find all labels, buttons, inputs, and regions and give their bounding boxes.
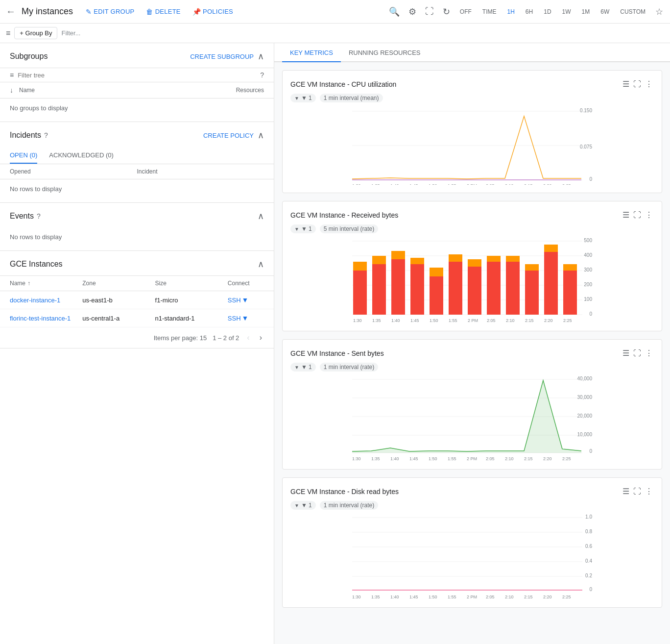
time-1m-button[interactable]: 1M xyxy=(578,6,594,17)
ssh-dropdown-icon-1[interactable]: ▼ xyxy=(242,296,249,304)
legend-icon-3[interactable]: ☰ xyxy=(622,347,630,359)
received-chart-title: GCE VM Instance - Received bytes xyxy=(290,211,398,219)
svg-rect-40 xyxy=(449,262,462,315)
svg-text:0.2: 0.2 xyxy=(585,573,592,578)
page-title: My instances xyxy=(22,6,73,17)
col-resources-header: Resources xyxy=(236,87,264,94)
inst-col-connect: Connect xyxy=(228,280,264,287)
delete-icon: 🗑 xyxy=(146,8,153,16)
policies-button[interactable]: 📌 POLICIES xyxy=(188,5,238,19)
events-collapse-icon[interactable]: ∧ xyxy=(258,211,264,222)
more-icon-2[interactable]: ⋮ xyxy=(644,209,654,221)
more-icon-3[interactable]: ⋮ xyxy=(644,347,654,359)
svg-text:1:35: 1:35 xyxy=(371,183,380,185)
instance-name-2[interactable]: florinc-test-instance-1 xyxy=(10,315,82,322)
refresh-icon[interactable]: ↻ xyxy=(440,3,453,20)
incidents-table-header: Opened Incident xyxy=(0,164,274,179)
table-row: docker-instance-1 us-east1-b f1-micro SS… xyxy=(0,291,274,309)
incidents-help-icon[interactable]: ? xyxy=(44,131,48,139)
events-help-icon[interactable]: ? xyxy=(37,212,41,220)
instance-name-1[interactable]: docker-instance-1 xyxy=(10,297,82,304)
time-1w-button[interactable]: 1W xyxy=(558,6,575,17)
tab-acknowledged[interactable]: ACKNOWLEDGED (0) xyxy=(49,147,113,164)
tab-open[interactable]: OPEN (0) xyxy=(10,147,37,164)
search-icon[interactable]: 🔍 xyxy=(386,3,403,20)
edit-group-button[interactable]: ✎ EDIT GROUP xyxy=(81,5,139,19)
menu-icon[interactable]: ≡ xyxy=(6,29,10,38)
disk-chart-card: GCE VM Instance - Disk read bytes ☰ ⛶ ⋮ … xyxy=(282,477,662,608)
expand-icon-4[interactable]: ⛶ xyxy=(632,486,642,497)
svg-text:2:05: 2:05 xyxy=(486,456,495,461)
cpu-chart-filters: ▼ ▼ 1 1 min interval (mean) xyxy=(290,94,654,102)
fullscreen-icon[interactable]: ⛶ xyxy=(422,3,437,20)
ssh-button-1[interactable]: SSH xyxy=(228,297,241,304)
svg-rect-49 xyxy=(525,264,539,271)
ssh-dropdown-icon-2[interactable]: ▼ xyxy=(242,314,249,322)
gce-instances-title: GCE Instances xyxy=(10,260,63,269)
filter-tree-bar: ≡ ? xyxy=(0,68,274,82)
back-button[interactable]: ← xyxy=(4,4,18,19)
filter-tree-input[interactable] xyxy=(18,72,260,79)
subgroups-collapse-icon[interactable]: ∧ xyxy=(258,51,264,62)
inst-col-zone: Zone xyxy=(82,280,155,287)
sent-filter-chip: ▼ ▼ 1 xyxy=(290,363,316,372)
off-button[interactable]: OFF xyxy=(456,6,476,17)
group-by-button[interactable]: + Group By xyxy=(14,27,57,39)
svg-text:1:35: 1:35 xyxy=(371,456,380,461)
legend-icon-4[interactable]: ☰ xyxy=(622,486,630,497)
prev-page-button[interactable]: ‹ xyxy=(245,331,251,344)
svg-text:1:40: 1:40 xyxy=(390,456,399,461)
svg-text:2 PM: 2 PM xyxy=(467,456,477,461)
svg-text:2:20: 2:20 xyxy=(543,456,552,461)
time-6w-button[interactable]: 6W xyxy=(597,6,613,17)
svg-text:2:20: 2:20 xyxy=(544,318,553,323)
incidents-collapse-icon[interactable]: ∧ xyxy=(258,130,264,141)
svg-text:0: 0 xyxy=(589,587,592,592)
svg-rect-34 xyxy=(391,259,405,315)
filter-tree-help-icon[interactable]: ? xyxy=(260,71,264,79)
svg-text:2:05: 2:05 xyxy=(486,594,495,599)
ssh-button-2[interactable]: SSH xyxy=(228,315,241,322)
settings-icon[interactable]: ⚙ xyxy=(406,3,419,20)
create-subgroup-link[interactable]: CREATE SUBGROUP xyxy=(190,53,254,60)
svg-rect-35 xyxy=(391,251,405,259)
time-6h-button[interactable]: 6H xyxy=(522,6,537,17)
tab-running-resources[interactable]: RUNNING RESOURCES xyxy=(341,43,429,62)
instance-connect-1: SSH ▼ xyxy=(228,296,264,304)
svg-rect-43 xyxy=(468,259,481,267)
custom-button[interactable]: CUSTOM xyxy=(616,6,649,17)
filter-input[interactable]: Filter... xyxy=(61,29,80,37)
expand-icon-2[interactable]: ⛶ xyxy=(632,210,642,221)
create-policy-link[interactable]: CREATE POLICY xyxy=(203,132,254,139)
expand-icon[interactable]: ⛶ xyxy=(632,79,642,90)
svg-text:0: 0 xyxy=(589,448,592,454)
inst-col-name[interactable]: Name ↑ xyxy=(10,280,82,287)
time-1d-button[interactable]: 1D xyxy=(540,6,555,17)
svg-text:40,000: 40,000 xyxy=(577,376,592,381)
legend-icon[interactable]: ☰ xyxy=(622,78,630,90)
sent-chart-actions: ☰ ⛶ ⋮ xyxy=(622,347,654,359)
svg-text:1:40: 1:40 xyxy=(390,594,399,599)
disk-chart-header: GCE VM Instance - Disk read bytes ☰ ⛶ ⋮ xyxy=(290,486,654,497)
legend-icon-2[interactable]: ☰ xyxy=(622,209,630,221)
sort-icon: ↓ xyxy=(10,86,13,94)
svg-text:2:10: 2:10 xyxy=(506,318,515,323)
main-layout: Subgroups CREATE SUBGROUP ∧ ≡ ? ↓ Name R… xyxy=(0,43,670,644)
more-icon[interactable]: ⋮ xyxy=(644,78,654,90)
svg-text:1:35: 1:35 xyxy=(371,594,380,599)
delete-button[interactable]: 🗑 DELETE xyxy=(141,5,185,19)
more-icon-4[interactable]: ⋮ xyxy=(644,486,654,497)
tab-key-metrics[interactable]: KEY METRICS xyxy=(282,43,341,62)
star-icon[interactable]: ☆ xyxy=(652,3,666,20)
time-1h-button[interactable]: 1H xyxy=(503,6,519,17)
gce-instances-collapse-icon[interactable]: ∧ xyxy=(258,259,264,270)
sent-chart-svg: 40,000 30,000 20,000 10,000 0 1:30 xyxy=(290,375,654,461)
disk-chart-filters: ▼ ▼ 1 1 min interval (rate) xyxy=(290,501,654,510)
subgroups-section: Subgroups CREATE SUBGROUP ∧ ≡ ? ↓ Name R… xyxy=(0,43,274,122)
edit-icon: ✎ xyxy=(86,8,92,16)
svg-text:500: 500 xyxy=(584,238,592,243)
subgroups-title: Subgroups xyxy=(10,52,48,61)
next-page-button[interactable]: › xyxy=(258,331,264,344)
metrics-tabs: KEY METRICS RUNNING RESOURCES xyxy=(274,43,670,62)
expand-icon-3[interactable]: ⛶ xyxy=(632,348,642,359)
